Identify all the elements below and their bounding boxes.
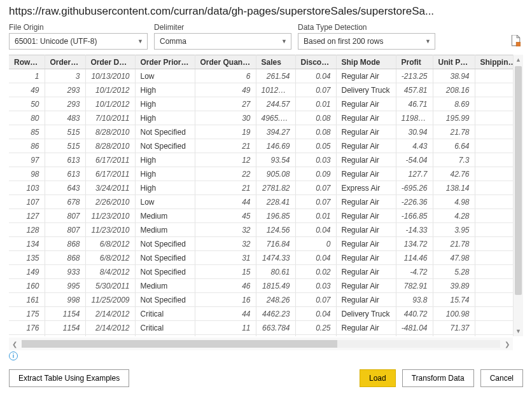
load-button[interactable]: Load: [360, 369, 396, 387]
col-header[interactable]: Order ID: [45, 55, 85, 69]
table-row[interactable]: 804837/10/2011High304965.75950.08Regular…: [9, 111, 513, 125]
cell: -11.68: [396, 335, 433, 337]
datatype-select[interactable]: Based on first 200 rows ▼: [298, 33, 435, 50]
cell: 135: [9, 251, 45, 265]
col-header[interactable]: Order Quantity: [195, 55, 256, 69]
col-header[interactable]: Row ID: [9, 55, 45, 69]
cell: 0.04: [295, 307, 336, 321]
whats-new-button[interactable]: [510, 35, 523, 50]
cell: 933: [45, 265, 85, 279]
cell: 643: [45, 181, 85, 195]
cell: 93.8: [396, 293, 433, 307]
cell: 613: [45, 153, 85, 167]
scroll-right-arrow-icon[interactable]: ❯: [501, 338, 513, 350]
cell: 49: [9, 83, 45, 97]
cell: 10/1/2012: [85, 83, 135, 97]
table-row[interactable]: 5029310/1/2012High27244.570.01Regular Ai…: [9, 97, 513, 111]
cell: 716.84: [256, 237, 295, 251]
col-header[interactable]: Profit: [396, 55, 433, 69]
cell: 663.784: [256, 321, 295, 335]
cell: 0.08: [295, 111, 336, 125]
table-row[interactable]: 855158/28/2010Not Specified19394.270.08R…: [9, 125, 513, 139]
cell: 39.89: [433, 279, 475, 293]
cell: 0.04: [295, 251, 336, 265]
table-row[interactable]: 16199811/25/2009Not Specified16248.260.0…: [9, 293, 513, 307]
cell: 8.69: [433, 97, 475, 111]
cell: 27: [195, 97, 256, 111]
cell: 394.27: [256, 125, 295, 139]
col-header[interactable]: Discount: [295, 55, 336, 69]
col-header[interactable]: Shipping Co: [475, 55, 513, 69]
cell: 0.01: [295, 97, 336, 111]
table-row[interactable]: 1310/13/2010Low6261.540.04Regular Air-21…: [9, 69, 513, 83]
cell: Regular Air: [336, 223, 396, 237]
table-row[interactable]: 1358686/8/2012Not Specified311474.330.04…: [9, 251, 513, 265]
cell: 2/14/2012: [85, 321, 135, 335]
cell: High: [135, 153, 195, 167]
scroll-left-arrow-icon[interactable]: ❮: [9, 338, 20, 350]
table-row[interactable]: 17611542/14/2012Critical11663.7840.25Reg…: [9, 321, 513, 335]
cell: 1: [9, 69, 45, 83]
table-row[interactable]: 1348686/8/2012Not Specified32716.840Regu…: [9, 237, 513, 251]
cell: [475, 139, 513, 153]
col-header[interactable]: Unit Price: [433, 55, 475, 69]
cell: Not Specified: [135, 139, 195, 153]
table-row[interactable]: 1499338/4/2012Not Specified1580.610.02Re…: [9, 265, 513, 279]
scroll-down-arrow-icon[interactable]: ▼: [514, 326, 523, 336]
transform-data-button[interactable]: Transform Data: [402, 369, 474, 387]
cell: 6/17/2011: [85, 153, 135, 167]
vertical-scrollbar[interactable]: ▲ ▼: [513, 55, 523, 336]
cell: 1198.97: [396, 111, 433, 125]
cell: 15: [195, 335, 256, 337]
dialog-footer: Extract Table Using Examples Load Transf…: [0, 360, 532, 396]
cell: Regular Air: [336, 293, 396, 307]
cell: 4.28: [433, 209, 475, 223]
col-header[interactable]: Order Date: [85, 55, 135, 69]
table-row[interactable]: 17511542/14/2012Critical444462.230.04Del…: [9, 307, 513, 321]
table-row[interactable]: 4929310/1/2012High4910123.020.07Delivery…: [9, 83, 513, 97]
cell: 65.99: [433, 335, 475, 337]
file-origin-select[interactable]: 65001: Unicode (UTF-8) ▼: [9, 33, 148, 50]
table-row[interactable]: 1076782/26/2010Low44228.410.07Regular Ai…: [9, 195, 513, 209]
cell: 50: [9, 97, 45, 111]
cell: 10/1/2012: [85, 97, 135, 111]
cell: 1154: [45, 307, 85, 321]
cell: 30: [195, 111, 256, 125]
extract-table-button[interactable]: Extract Table Using Examples: [9, 369, 129, 387]
table-row[interactable]: 20313444/15/2012Low15834.9040.06Regular …: [9, 335, 513, 337]
cell: Regular Air: [336, 139, 396, 153]
table-row[interactable]: 1036433/24/2011High212781.820.07Express …: [9, 181, 513, 195]
cell: 0.07: [295, 181, 336, 195]
cell: 32: [195, 237, 256, 251]
table-row[interactable]: 12780711/23/2010Medium45196.850.01Regula…: [9, 209, 513, 223]
table-row[interactable]: 976136/17/2011High1293.540.03Regular Air…: [9, 153, 513, 167]
horizontal-scroll-track[interactable]: [22, 340, 500, 348]
cell: 7/10/2011: [85, 111, 135, 125]
table-row[interactable]: 1609955/30/2011Medium461815.490.03Regula…: [9, 279, 513, 293]
delimiter-select[interactable]: Comma ▼: [154, 33, 291, 50]
horizontal-scrollbar[interactable]: ❮ ❯: [9, 338, 513, 350]
table-row[interactable]: 986136/17/2011High22905.080.09Regular Ai…: [9, 167, 513, 181]
cell: [475, 69, 513, 83]
cancel-button[interactable]: Cancel: [480, 369, 523, 387]
table-row[interactable]: 865158/28/2010Not Specified21146.690.05R…: [9, 139, 513, 153]
cell: 114.46: [396, 251, 433, 265]
vertical-scroll-thumb[interactable]: [515, 66, 522, 295]
delimiter-label: Delimiter: [154, 23, 291, 32]
cell: [475, 195, 513, 209]
cell: High: [135, 97, 195, 111]
cell: [475, 167, 513, 181]
col-header[interactable]: Order Priority: [135, 55, 195, 69]
col-header[interactable]: Sales: [256, 55, 295, 69]
cell: 4/15/2012: [85, 335, 135, 337]
col-header[interactable]: Ship Mode: [336, 55, 396, 69]
scroll-up-arrow-icon[interactable]: ▲: [514, 55, 523, 65]
horizontal-scroll-thumb[interactable]: [22, 340, 337, 348]
cell: Regular Air: [336, 69, 396, 83]
cell: 15: [195, 265, 256, 279]
cell: 244.57: [256, 97, 295, 111]
datatype-label: Data Type Detection: [298, 23, 435, 32]
table-row[interactable]: 12880711/23/2010Medium32124.560.04Regula…: [9, 223, 513, 237]
cell: 613: [45, 167, 85, 181]
cell: Regular Air: [336, 237, 396, 251]
